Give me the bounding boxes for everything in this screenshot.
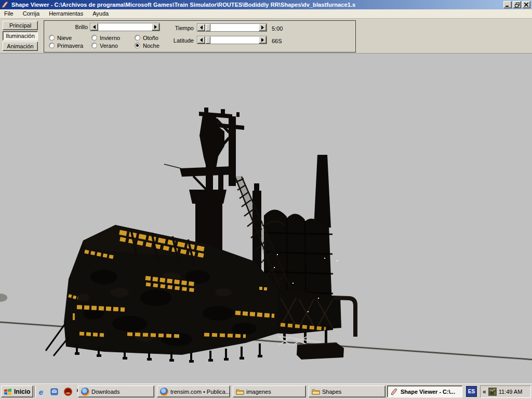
tiempo-scroll-thumb[interactable] — [206, 24, 210, 31]
task-label: imagenes — [246, 389, 271, 395]
rail-car — [297, 343, 344, 360]
right-arrow-icon — [261, 38, 266, 42]
radio-invierno[interactable]: Invierno — [91, 34, 120, 41]
tray-app-icon[interactable] — [488, 388, 497, 396]
right-arrow-icon — [261, 25, 266, 30]
shape-viewer-app-icon — [2, 1, 9, 8]
latitude-scroll-track[interactable] — [205, 36, 259, 44]
taskbar-clock[interactable]: 11:49 AM — [499, 389, 523, 395]
tiempo-scroll-right-button[interactable] — [259, 24, 267, 31]
menu-herramientas[interactable]: Herramientas — [44, 9, 88, 18]
latitude-scrollbar[interactable] — [197, 36, 267, 44]
radio-primavera[interactable]: Primavera — [49, 42, 83, 49]
radio-label: Noche — [143, 43, 159, 49]
minimize-icon — [506, 3, 510, 7]
tall-chimney — [314, 155, 331, 228]
left-arrow-icon — [198, 25, 203, 30]
menu-ayuda[interactable]: Ayuda — [88, 9, 113, 18]
firefox-icon — [81, 388, 89, 396]
mail-app-glyph — [50, 388, 59, 396]
radio-circle-icon — [49, 35, 55, 41]
radio-circle-icon — [49, 43, 55, 48]
latitude-scroll-thumb[interactable] — [206, 36, 210, 44]
minimize-button[interactable] — [503, 1, 512, 8]
tiempo-scroll-track[interactable] — [205, 24, 259, 31]
radio-circle-icon — [91, 35, 97, 41]
radio-nieve[interactable]: Nieve — [49, 34, 72, 41]
restore-icon — [515, 3, 520, 7]
quicklaunch-ie-icon[interactable]: e — [36, 387, 46, 396]
radio-label: Invierno — [100, 35, 120, 41]
task-shapes[interactable]: Shapes — [309, 385, 385, 397]
taskbar: Inicio e » Downloads trensim.com — [0, 383, 532, 399]
task-shape-viewer[interactable]: Shape Viewer - C:\... — [387, 385, 462, 397]
latitude-label: Latitude — [169, 37, 194, 44]
left-arrow-icon — [198, 38, 203, 42]
brillo-scroll-right-button[interactable] — [152, 23, 159, 31]
tray-chevron[interactable]: « — [483, 388, 486, 395]
start-button[interactable]: Inicio — [1, 385, 33, 397]
shape-viewer-icon — [390, 388, 398, 396]
latitude-scroll-left-button[interactable] — [197, 36, 205, 44]
red-circle-glyph — [64, 388, 72, 396]
task-label: Shapes — [322, 389, 341, 395]
task-trensim[interactable]: trensim.com • Publica... — [157, 385, 230, 397]
taskbar-divider — [34, 386, 36, 397]
furnace-tower — [164, 108, 244, 251]
tiempo-label: Tiempo — [169, 25, 194, 31]
menu-bar: File Corrija Herramientas Ayuda — [0, 9, 532, 19]
task-label: trensim.com • Publica... — [170, 389, 230, 395]
radio-verano[interactable]: Verano — [91, 42, 118, 49]
ie-e-glyph: e — [39, 388, 43, 396]
brillo-scrollbar[interactable] — [90, 23, 160, 31]
folder-icon — [312, 388, 320, 396]
firefox-icon — [160, 388, 168, 396]
radio-label: Otoño — [143, 35, 158, 41]
trestle-platform — [277, 288, 341, 345]
radio-label: Primavera — [57, 43, 83, 49]
radio-circle-icon — [135, 43, 140, 48]
start-label: Inicio — [14, 388, 30, 395]
window-title: Shape Viewer - C:\Archivos de programa\M… — [11, 2, 501, 8]
brillo-scroll-track[interactable] — [98, 23, 152, 31]
latitude-value: 66S — [272, 38, 282, 44]
brillo-label: Brillo — [49, 24, 88, 30]
radio-noche[interactable]: Noche — [135, 42, 159, 49]
left-arrow-icon — [91, 25, 96, 29]
radio-circle-icon — [91, 43, 97, 48]
tab-principal[interactable]: Principal — [3, 21, 38, 30]
right-arrow-icon — [154, 25, 159, 29]
latitude-scroll-right-button[interactable] — [259, 36, 267, 44]
close-icon — [524, 3, 528, 7]
radio-label: Verano — [100, 43, 118, 49]
task-imagenes[interactable]: imagenes — [233, 385, 306, 397]
radio-otono[interactable]: Otoño — [135, 34, 158, 41]
tiempo-scrollbar[interactable] — [197, 23, 267, 32]
tab-animacion[interactable]: Animación — [3, 42, 38, 51]
blast-furnace-model-render — [0, 54, 532, 383]
lighting-groupbox: Brillo Nieve Invierno Otoño Primav — [44, 20, 356, 52]
menu-file[interactable]: File — [0, 9, 18, 18]
radio-label: Nieve — [57, 35, 72, 41]
shape-viewer-window: Shape Viewer - C:\Archivos de programa\M… — [0, 0, 532, 399]
task-label: Downloads — [91, 389, 119, 395]
tiempo-scroll-left-button[interactable] — [197, 24, 205, 31]
folder-icon — [236, 388, 244, 396]
title-bar: Shape Viewer - C:\Archivos de programa\M… — [0, 0, 532, 9]
restore-button[interactable] — [513, 1, 521, 8]
tiempo-value: 5:00 — [272, 25, 283, 32]
task-downloads[interactable]: Downloads — [78, 385, 154, 397]
task-label: Shape Viewer - C:\... — [401, 389, 455, 395]
3d-viewport[interactable] — [0, 54, 532, 383]
quicklaunch-mail-icon[interactable] — [50, 387, 59, 396]
windows-logo-icon — [4, 388, 12, 395]
cast-house-building — [0, 225, 281, 363]
system-tray: « 11:49 AM — [480, 385, 531, 398]
tab-iluminacion[interactable]: Iluminación — [3, 31, 38, 41]
close-button[interactable] — [522, 1, 530, 8]
language-indicator[interactable]: ES — [466, 386, 477, 397]
brillo-scroll-left-button[interactable] — [90, 23, 98, 31]
quicklaunch-red-app-icon[interactable] — [63, 387, 73, 396]
menu-corrija[interactable]: Corrija — [18, 9, 44, 18]
lighting-toolbar: Principal Iluminación Animación Brillo N… — [0, 19, 532, 54]
